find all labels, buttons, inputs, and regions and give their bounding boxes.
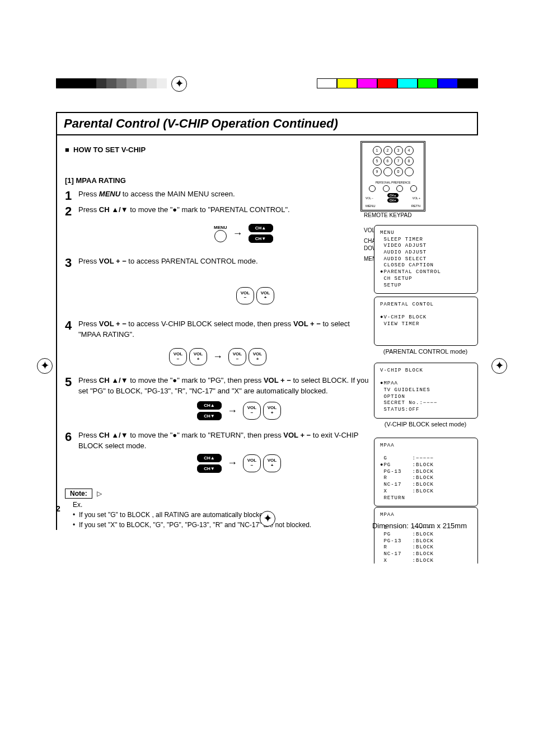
pref-key <box>369 185 376 192</box>
menu-button-icon[interactable] <box>214 230 227 242</box>
pref-key <box>383 185 390 192</box>
step-number: 1 <box>65 189 78 203</box>
note-arrow-icon: ▷ <box>97 490 102 497</box>
ch-up-button[interactable]: CH▲ <box>197 401 222 410</box>
ch-down-button[interactable]: CH▼ <box>197 412 222 420</box>
remote-key: 4 <box>405 146 414 155</box>
screen-caption: (V-CHIP BLOCK select mode) <box>374 421 477 428</box>
color-bar-right <box>317 78 478 88</box>
remote-key: 9 <box>373 167 382 176</box>
remote-key: 7 <box>394 157 403 166</box>
retn-label-small: RETN <box>411 204 420 208</box>
remote-box: 1 2 3 4 5 6 7 8 9 0 PERSONAL PREFERENCE <box>360 141 425 212</box>
page-title: Parental Control (V-CHIP Operation Conti… <box>56 112 478 135</box>
vol-minus-button[interactable]: VOL− <box>236 287 254 305</box>
registration-mark-icon <box>171 76 187 92</box>
remote-key: 1 <box>373 146 382 155</box>
top-color-bar <box>56 78 478 88</box>
step-number: 4 <box>65 319 78 332</box>
note-bullet: If you set "X" to BLOCK, "G", "PG", "PG-… <box>79 521 311 529</box>
mpaa-screen-1: MPAA G :−−−−−●PG :BLOCK PG-13 :BLOCK R :… <box>374 438 478 506</box>
ch-up-key: CH▲ <box>387 193 399 198</box>
arrow-icon: → <box>224 457 241 469</box>
step-number: 3 <box>65 256 78 270</box>
registration-mark-bottom-icon <box>260 511 275 527</box>
menu-btn-label: MENU <box>214 225 227 230</box>
vol-plus-button[interactable]: VOL+ <box>263 454 281 472</box>
screen-caption: (PARENTAL CONTROL mode) <box>374 348 477 355</box>
remote-key <box>383 167 392 176</box>
remote-key: 0 <box>394 167 403 176</box>
ch-down-key: CH▼ <box>387 198 399 203</box>
registration-mark-left-icon <box>37 358 53 374</box>
main-menu-screen: MENU SLEEP TIMER VIDEO ADJUST AUDIO ADJU… <box>374 225 478 303</box>
vol-minus-button[interactable]: VOL− <box>243 402 261 420</box>
vchip-block-screen: V-CHIP BLOCK ●MPAA TV GUIDELINES OPTION … <box>374 363 478 428</box>
remote-label-keypad: REMOTE KEYPAD <box>364 212 414 219</box>
ch-up-button[interactable]: CH▲ <box>249 224 273 232</box>
pref-key <box>396 185 403 192</box>
vol-plus-button[interactable]: VOL+ <box>189 348 207 366</box>
ch-up-button[interactable]: CH▲ <box>197 454 222 462</box>
menu-label-small: MENU <box>366 204 376 208</box>
remote-key: 3 <box>394 146 403 155</box>
ch-down-button[interactable]: CH▼ <box>197 464 222 473</box>
ch-down-button[interactable]: CH▼ <box>249 234 273 243</box>
step-number: 6 <box>65 430 78 444</box>
color-bar-left <box>56 78 167 88</box>
mpaa-screen-2: MPAA G :−−−−− PG :BLOCK PG-13 :BLOCK R :… <box>374 507 478 564</box>
vol-plus-key: VOL + <box>413 196 420 200</box>
remote-pref-label: PERSONAL PREFERENCE <box>364 181 421 184</box>
vol-plus-button[interactable]: VOL+ <box>249 348 266 366</box>
step-number: 5 <box>65 375 78 389</box>
vol-minus-button[interactable]: VOL− <box>169 348 187 366</box>
remote-key: 8 <box>405 157 414 166</box>
pref-key <box>410 185 417 192</box>
note-label: Note: <box>65 489 92 499</box>
note-bullet: If you set "G" to BLOCK , all RATING are… <box>79 511 269 519</box>
remote-key: 6 <box>383 157 392 166</box>
arrow-icon: → <box>224 405 241 417</box>
remote-key: 2 <box>383 146 392 155</box>
step-number: 2 <box>65 205 78 218</box>
footer-dimension: Dimension: 140mm x 215mm <box>372 522 467 530</box>
vol-minus-button[interactable]: VOL− <box>243 454 261 472</box>
remote-key: 5 <box>373 157 382 166</box>
parental-control-screen: PARENTAL CONTOL ●V-CHIP BLOCK VIEW TIMER… <box>374 297 478 355</box>
vol-plus-button[interactable]: VOL+ <box>263 402 281 420</box>
arrow-icon: → <box>209 351 226 363</box>
registration-mark-right-icon <box>491 358 507 374</box>
vol-minus-key: VOL − <box>366 196 373 200</box>
arrow-icon: → <box>229 228 246 240</box>
vol-plus-button[interactable]: VOL+ <box>256 287 274 305</box>
remote-key <box>405 167 414 176</box>
page-number: 2 <box>56 504 60 513</box>
vol-minus-button[interactable]: VOL− <box>228 348 246 366</box>
